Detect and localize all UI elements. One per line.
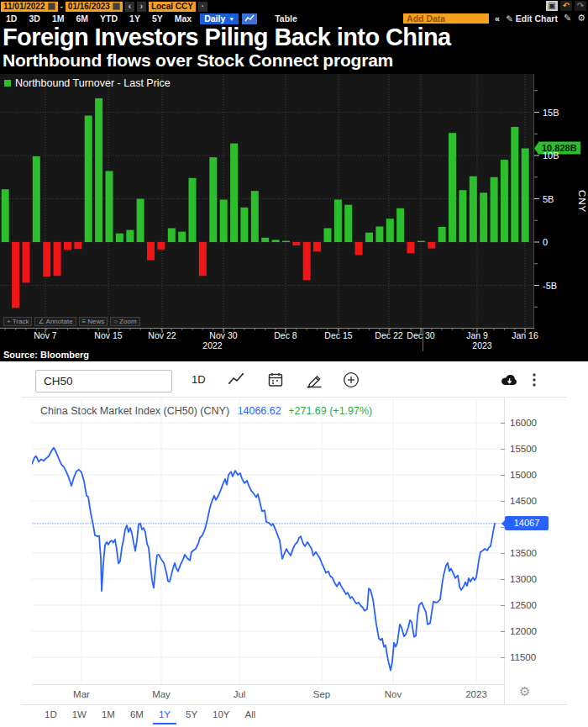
next-period-button[interactable]: ›: [137, 2, 146, 12]
range-button-max[interactable]: Max: [169, 13, 197, 24]
legend[interactable]: Northbound Turnover - Last Price: [4, 77, 171, 89]
range-button-6m[interactable]: 6M: [70, 13, 94, 24]
cloud-download-icon[interactable]: [500, 371, 518, 389]
redo-icon[interactable]: ↷: [575, 1, 586, 11]
chart-tool-annotate[interactable]: ∠Annotate: [34, 317, 76, 326]
currency-value: Local CCY: [151, 2, 193, 11]
x-axis-tick-label: Jan 16: [512, 330, 538, 340]
chart-tool-news[interactable]: ≡News: [79, 317, 108, 326]
range-button-10y[interactable]: 10Y: [207, 708, 235, 724]
y-axis-label: -5B: [543, 281, 557, 291]
calendar-icon[interactable]: [48, 3, 55, 10]
calendar-icon[interactable]: [113, 3, 120, 10]
year-divider-line: [423, 329, 423, 351]
turnover-bar: [220, 200, 228, 243]
prev-period-button[interactable]: ‹: [125, 2, 134, 12]
tool-label: Zoom: [119, 318, 136, 325]
page: 11/01/2022 - 01/16/2023 ‹ › Local CCY · …: [0, 0, 588, 727]
turnover-bar: [147, 242, 155, 261]
end-date-field[interactable]: 01/16/2023: [66, 2, 123, 12]
turnover-bar: [313, 242, 321, 251]
period-dropdown[interactable]: Daily ▼: [200, 13, 239, 24]
range-button-ytd[interactable]: YTD: [94, 13, 123, 24]
range-button-1y[interactable]: 1Y: [153, 708, 176, 724]
y-axis-tick: [501, 605, 505, 606]
turnover-bar: [230, 144, 238, 242]
x-axis-tick-label: Dec 30: [407, 330, 434, 340]
range-button-1m[interactable]: 1M: [46, 13, 71, 24]
kebab-menu-icon[interactable]: [525, 371, 543, 389]
x-axis-tick-label: Nov 15: [94, 330, 122, 340]
range-button-6m[interactable]: 6M: [124, 708, 150, 724]
interval-label[interactable]: 1D: [192, 373, 206, 386]
turnover-bar: [491, 177, 498, 242]
symbol-search-input[interactable]: [35, 370, 172, 392]
ch50-price-line: [32, 448, 495, 671]
range-button-1m[interactable]: 1M: [96, 708, 121, 724]
turnover-bar: [365, 233, 373, 242]
turnover-bar: [282, 241, 290, 242]
currency-caret-button[interactable]: ·: [198, 2, 207, 12]
page-subtitle: Northbound flows over Stock Connect prog…: [3, 50, 393, 71]
popout-icon[interactable]: ▣: [546, 1, 558, 11]
chart-type-icon[interactable]: [242, 13, 257, 24]
start-date-field[interactable]: 11/01/2022: [1, 2, 58, 12]
plus-circle-icon[interactable]: [342, 371, 360, 389]
draw-icon[interactable]: [305, 371, 323, 389]
toolbar-right-cluster: Add Data « ✎ Edit Chart ✎ ⚙: [403, 13, 585, 24]
undo-icon[interactable]: ↶: [560, 1, 572, 11]
y-axis-label: 0: [543, 237, 548, 247]
line-chart-icon[interactable]: [227, 371, 245, 389]
news-icon: ≡: [82, 318, 87, 325]
turnover-bar: [407, 242, 415, 253]
add-data-field[interactable]: Add Data: [403, 13, 489, 24]
turnover-bar: [106, 171, 113, 243]
y-axis-tick: [501, 527, 505, 528]
legend-swatch-icon: [4, 80, 11, 87]
y-axis-tick: [501, 657, 505, 658]
range-button-1d[interactable]: 1D: [39, 708, 63, 724]
x-axis-label: Jul: [234, 689, 246, 699]
y-axis-label: 12500: [510, 600, 537, 610]
collapse-chevrons-icon[interactable]: «: [495, 13, 500, 24]
range-selector: 1D1W1M6M1Y5Y10YAll: [39, 708, 261, 724]
range-button-5y[interactable]: 5Y: [146, 13, 169, 24]
calendar-icon[interactable]: [266, 371, 285, 389]
x-axis-tick-label: Jan 9: [466, 330, 488, 340]
turnover-bar: [95, 98, 102, 242]
y-axis-label: 14500: [510, 496, 537, 506]
turnover-bar: [303, 242, 311, 280]
note-icon[interactable]: ✎: [564, 13, 571, 24]
source-note: Source: Bloomberg: [3, 350, 89, 360]
chart-tool-buttons: +Track∠Annotate≡News○Zoom: [3, 317, 140, 326]
x-axis-tick-label: Nov 22: [148, 330, 176, 340]
chart-tool-zoom[interactable]: ○Zoom: [110, 317, 139, 326]
turnover-bar: [43, 242, 50, 277]
zoom-icon: ○: [113, 318, 118, 325]
edit-chart-button[interactable]: ✎ Edit Chart: [506, 13, 558, 24]
y-axis-label: 16000: [510, 418, 537, 428]
y-axis-unit-label: CNY: [577, 190, 587, 213]
bloomberg-toolbar-row1: 11/01/2022 - 01/16/2023 ‹ › Local CCY ·: [1, 1, 207, 12]
currency-select[interactable]: Local CCY: [149, 2, 196, 12]
gear-icon[interactable]: ⚙: [519, 684, 530, 699]
range-button-1d[interactable]: 1D: [0, 13, 23, 24]
chart-tool-track[interactable]: +Track: [3, 317, 32, 326]
y-axis-label: 15500: [510, 444, 537, 454]
range-button-all[interactable]: All: [239, 708, 262, 724]
turnover-bar: [12, 242, 19, 308]
period-value: Daily: [204, 13, 225, 24]
turnover-bar: [522, 149, 529, 243]
x-axis-label: Nov: [385, 689, 402, 699]
legend-label: Northbound Turnover - Last Price: [15, 77, 171, 89]
table-button[interactable]: Table: [269, 13, 303, 24]
range-button-3d[interactable]: 3D: [23, 13, 45, 24]
gear-icon[interactable]: ⚙: [577, 13, 585, 24]
y-axis-tick: [501, 501, 505, 502]
range-button-5y[interactable]: 5Y: [180, 708, 203, 724]
range-button-1y[interactable]: 1Y: [123, 13, 146, 24]
turnover-bar: [261, 238, 269, 242]
y-axis-tick: [501, 579, 505, 580]
bloomberg-toolbar-row2: 1D3D1M6MYTD1Y5YMax Daily ▼ Table: [0, 13, 303, 24]
range-button-1w[interactable]: 1W: [66, 708, 92, 724]
